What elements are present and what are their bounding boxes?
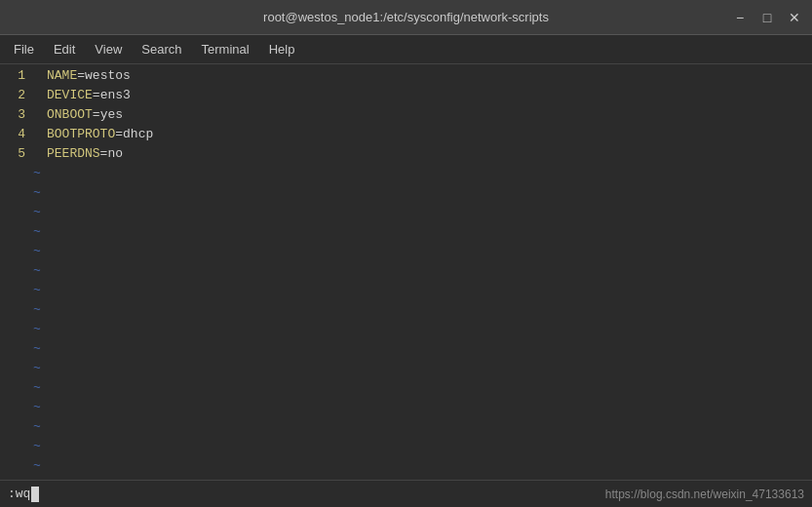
cursor	[31, 487, 39, 502]
url-text: https://blog.csdn.net/weixin_47133613	[605, 488, 804, 501]
margin-tilde-14: ~	[31, 417, 43, 437]
key-3: ONBOOT	[47, 105, 93, 125]
margin-tilde-7: ~	[31, 281, 43, 300]
margin-space-2	[31, 86, 43, 105]
margin-tilde-4: ~	[31, 222, 43, 242]
command-text: :wq	[8, 487, 30, 501]
line-numbers: 1 2 3 4 5	[0, 64, 31, 480]
margin-tilde-2: ~	[31, 183, 43, 203]
margin-tilde-3: ~	[31, 203, 43, 222]
margin-tilde-16: ~	[31, 456, 43, 476]
line-num-4: 4	[8, 125, 25, 144]
val-1: westos	[85, 66, 131, 86]
margin-tilde-10: ~	[31, 339, 43, 359]
title-bar: root@westos_node1:/etc/sysconfig/network…	[0, 0, 812, 35]
margin-tilde-13: ~	[31, 398, 43, 417]
margin-tilde-12: ~	[31, 378, 43, 398]
margin-space-5	[31, 144, 43, 164]
val-2: ens3	[100, 86, 131, 105]
line-num-5: 5	[8, 144, 25, 164]
key-1: NAME	[47, 66, 77, 86]
margin-tilde-8: ~	[31, 300, 43, 320]
margin-tilde-1: ~	[31, 164, 43, 183]
margin-space-3	[31, 105, 43, 125]
code-line-4: BOOTPROTO=dhcp	[47, 125, 812, 144]
line-num-2: 2	[8, 86, 25, 105]
maximize-button[interactable]: □	[757, 8, 777, 27]
margin-tilde-5: ~	[31, 242, 43, 261]
code-line-5: PEERDNS=no	[47, 144, 812, 164]
minimize-button[interactable]: −	[730, 8, 750, 27]
val-4: dhcp	[123, 125, 153, 144]
code-area[interactable]: NAME=westos DEVICE=ens3 ONBOOT=yes BOOTP…	[43, 64, 812, 480]
key-4: BOOTPROTO	[47, 125, 115, 144]
menu-terminal[interactable]: Terminal	[194, 38, 257, 60]
menu-help[interactable]: Help	[261, 38, 303, 60]
left-margin: ~ ~ ~ ~ ~ ~ ~ ~ ~ ~ ~ ~ ~ ~ ~ ~ ~ ~ ~ ~	[31, 64, 43, 480]
editor-container: 1 2 3 4 5 ~ ~ ~ ~ ~ ~ ~ ~ ~ ~ ~ ~ ~ ~ ~ …	[0, 64, 812, 480]
margin-tilde-11: ~	[31, 359, 43, 378]
margin-space-4	[31, 125, 43, 144]
code-line-3: ONBOOT=yes	[47, 105, 812, 125]
margin-tilde-6: ~	[31, 261, 43, 281]
window-title: root@westos_node1:/etc/sysconfig/network…	[263, 10, 549, 24]
menu-search[interactable]: Search	[134, 38, 189, 60]
menu-view[interactable]: View	[87, 38, 130, 60]
status-bar: :wq https://blog.csdn.net/weixin_4713361…	[0, 480, 812, 507]
menu-edit[interactable]: Edit	[46, 38, 83, 60]
menu-bar: File Edit View Search Terminal Help	[0, 35, 812, 64]
close-button[interactable]: ✕	[785, 8, 804, 27]
key-5: PEERDNS	[47, 144, 100, 164]
val-5: no	[107, 144, 123, 164]
menu-file[interactable]: File	[6, 38, 42, 60]
val-3: yes	[100, 105, 123, 125]
line-num-3: 3	[8, 105, 25, 125]
key-2: DEVICE	[47, 86, 93, 105]
command-area: :wq	[8, 487, 39, 502]
margin-space-1	[31, 66, 43, 86]
code-line-1: NAME=westos	[47, 66, 812, 86]
margin-tilde-15: ~	[31, 437, 43, 456]
code-line-2: DEVICE=ens3	[47, 86, 812, 105]
margin-tilde-9: ~	[31, 320, 43, 339]
line-num-1: 1	[8, 66, 25, 86]
